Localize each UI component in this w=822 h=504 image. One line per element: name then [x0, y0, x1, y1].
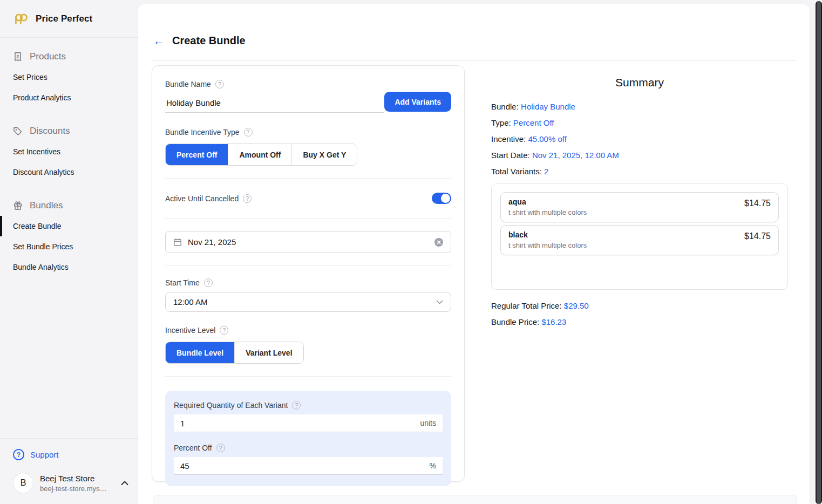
field-label-text: Required Quantity of Each Variant	[174, 401, 288, 410]
sidebar-item-set-incentives[interactable]: Set Incentives	[0, 141, 138, 162]
chevron-down-icon	[436, 300, 443, 304]
app-root: Price Perfect $ Products Set Prices Prod…	[0, 0, 822, 504]
summary-row-start-date: Start Date: Nov 21, 2025, 12:00 AM	[491, 151, 788, 160]
sidebar-item-create-bundle[interactable]: Create Bundle	[0, 216, 138, 236]
support-link[interactable]: ? Support	[13, 448, 128, 462]
summary-regular-total: Regular Total Price: $29.50	[491, 301, 788, 310]
percent-off-unit: %	[425, 461, 436, 470]
help-icon[interactable]: ?	[204, 278, 213, 287]
variant-price: $14.75	[744, 231, 771, 241]
help-icon[interactable]: ?	[215, 80, 224, 88]
incentive-level-label: Incentive Level ?	[165, 326, 451, 335]
start-time-label: Start Time ?	[165, 278, 451, 287]
sidebar-section-products: $ Products	[0, 46, 138, 67]
scrollbar[interactable]	[816, 1, 822, 504]
support-label: Support	[30, 450, 59, 459]
sidebar-footer: ? Support B Beej Test Store beej-test-st…	[0, 438, 138, 504]
summary-panel: Summary Bundle: Holiday Bundle Type: Per…	[491, 76, 788, 333]
summary-row-bundle: Bundle: Holiday Bundle	[491, 102, 788, 111]
section-label: Bundles	[30, 200, 63, 211]
sidebar-item-discount-analytics[interactable]: Discount Analytics	[0, 162, 138, 182]
tab-buy-x-get-y[interactable]: Buy X Get Y	[292, 144, 357, 165]
percent-off-input[interactable]	[180, 461, 425, 471]
incentive-type-group: Percent Off Amount Off Buy X Get Y	[165, 144, 357, 166]
bundle-level-settings-panel: Required Quantity of Each Variant ? unit…	[165, 391, 451, 486]
active-until-label: Active Until Cancelled ?	[165, 194, 252, 203]
help-icon[interactable]: ?	[243, 194, 252, 203]
quantity-unit: units	[416, 419, 436, 427]
sidebar-item-product-analytics[interactable]: Product Analytics	[0, 87, 138, 108]
field-label-text: Bundle Name	[165, 80, 211, 88]
tag-icon	[13, 126, 23, 136]
add-variants-button[interactable]: Add Variants	[384, 92, 451, 112]
variant-name: black	[508, 230, 587, 239]
active-until-toggle[interactable]	[432, 193, 451, 204]
start-date-value: Nov 21, 2025	[188, 237, 236, 247]
main-content: ← Create Bundle Bundle Name ? Add Varian…	[138, 4, 810, 504]
variant-price: $14.75	[744, 199, 771, 208]
tab-variant-level[interactable]: Variant Level	[235, 342, 303, 363]
summary-bundle-price: Bundle Price: $16.23	[491, 317, 788, 326]
bundle-form-card: Bundle Name ? Add Variants Bundle Incent…	[152, 65, 465, 482]
bundle-name-input[interactable]	[165, 93, 384, 113]
quantity-label: Required Quantity of Each Variant ?	[174, 401, 443, 410]
variant-name: aqua	[508, 197, 587, 206]
calendar-icon	[173, 238, 182, 247]
help-icon[interactable]: ?	[216, 444, 225, 452]
brand: Price Perfect	[0, 0, 138, 38]
help-icon[interactable]: ?	[292, 401, 301, 410]
chevron-up-icon	[121, 481, 128, 486]
start-date-input[interactable]: Nov 21, 2025 ✕	[165, 231, 451, 253]
divider	[165, 376, 451, 377]
section-label: Products	[30, 51, 66, 62]
toggle-knob	[441, 194, 450, 203]
variant-description: t shirt with multiple colors	[508, 241, 587, 249]
store-name: Beej Test Store	[40, 474, 113, 483]
field-label-text: Incentive Level	[165, 326, 215, 335]
page-title: Create Bundle	[172, 35, 246, 47]
divider	[165, 218, 451, 219]
store-domain: beej-test-store.mysh…	[40, 485, 109, 493]
percent-off-label: Percent Off ?	[174, 444, 443, 452]
sidebar-section-bundles: Bundles	[0, 195, 138, 216]
incentive-type-label: Bundle Incentive Type ?	[165, 128, 451, 137]
variants-list: aqua t shirt with multiple colors $14.75…	[491, 183, 788, 290]
header-divider	[152, 60, 797, 61]
brand-name: Price Perfect	[36, 13, 92, 24]
clear-date-icon[interactable]: ✕	[434, 238, 443, 247]
help-circle-icon: ?	[13, 449, 24, 460]
summary-row-incentive: Incentive: 45.00% off	[491, 134, 788, 144]
tab-amount-off[interactable]: Amount Off	[228, 144, 292, 165]
field-label-text: Active Until Cancelled	[165, 194, 239, 203]
help-icon[interactable]: ?	[220, 326, 228, 335]
store-avatar: B	[13, 473, 33, 493]
incentive-level-group: Bundle Level Variant Level	[165, 342, 304, 364]
field-label-text: Start Time	[165, 278, 200, 287]
back-button[interactable]: ←	[153, 36, 165, 46]
svg-text:$: $	[16, 54, 19, 59]
store-switcher[interactable]: B Beej Test Store beej-test-store.mysh…	[13, 473, 128, 493]
quantity-field: units	[174, 414, 443, 432]
sidebar: Price Perfect $ Products Set Prices Prod…	[0, 0, 138, 504]
divider	[165, 178, 451, 179]
variant-row: black t shirt with multiple colors $14.7…	[500, 225, 779, 255]
summary-row-type: Type: Percent Off	[491, 118, 788, 127]
sidebar-item-set-prices[interactable]: Set Prices	[0, 67, 138, 87]
divider	[165, 265, 451, 266]
sidebar-item-bundle-analytics[interactable]: Bundle Analytics	[0, 257, 138, 277]
tab-bundle-level[interactable]: Bundle Level	[166, 342, 235, 363]
start-time-select[interactable]: 12:00 AM	[165, 292, 451, 312]
bottom-panel	[153, 495, 797, 504]
gift-icon	[13, 201, 23, 210]
field-label-text: Percent Off	[174, 444, 212, 452]
bundle-name-label: Bundle Name ?	[165, 80, 384, 88]
field-label-text: Bundle Incentive Type	[165, 128, 240, 137]
start-time-value: 12:00 AM	[173, 297, 207, 307]
page-header: ← Create Bundle	[138, 4, 810, 60]
variant-description: t shirt with multiple colors	[508, 208, 587, 216]
sidebar-item-set-bundle-prices[interactable]: Set Bundle Prices	[0, 236, 138, 257]
receipt-icon: $	[13, 52, 23, 62]
quantity-input[interactable]	[180, 419, 416, 428]
tab-percent-off[interactable]: Percent Off	[166, 144, 228, 165]
help-icon[interactable]: ?	[244, 128, 253, 137]
